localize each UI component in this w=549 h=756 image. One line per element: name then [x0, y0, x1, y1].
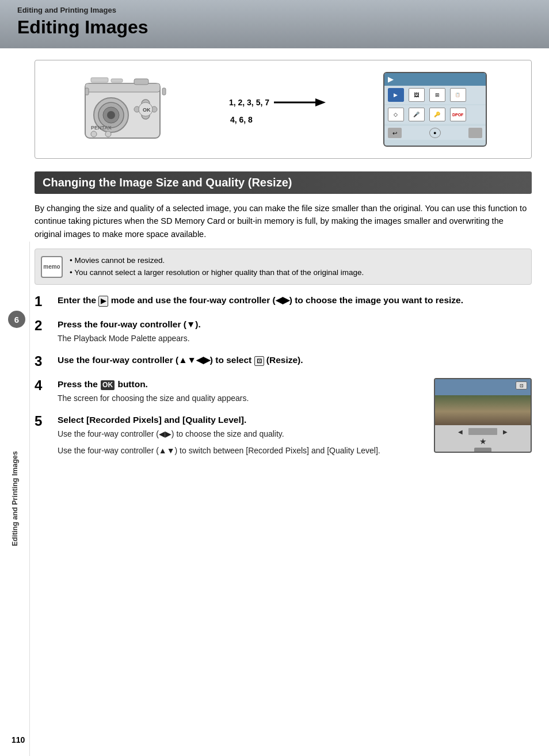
step-5-content: Select [Recorded Pixels] and [Quality Le…: [58, 414, 422, 457]
diagram-box: PENTAX OK 1, 2, 3, 5, 7 4, 6, 8: [35, 60, 532, 159]
svg-point-5: [107, 111, 115, 119]
step-4-title: Press the OK button.: [58, 378, 422, 391]
header-subtitle: Editing and Printing Images: [17, 6, 532, 14]
step-4-content: Press the OK button. The screen for choo…: [58, 378, 422, 404]
step-5: 5 Select [Recorded Pixels] and [Quality …: [35, 414, 422, 457]
memo-bullet1: • Movies cannot be resized.: [70, 255, 523, 266]
chapter-number: 6: [8, 311, 25, 328]
side-screen-container: ⊡ ◀ ▶ ★: [434, 378, 532, 453]
svg-point-10: [91, 131, 97, 137]
sidebar-chapter-label: Editing and Printing Images: [11, 451, 19, 546]
step-1-number: 1: [35, 294, 58, 309]
step-1-content: Enter the ▶ mode and use the four-way co…: [58, 294, 532, 308]
diagram-label1: 1, 2, 3, 5, 7: [229, 98, 269, 107]
side-screen-controls: ◀ ▶ ★: [435, 425, 531, 453]
screen-icon-3: ⊞: [429, 88, 445, 102]
svg-rect-12: [91, 78, 108, 82]
svg-text:OK: OK: [143, 107, 151, 113]
step-5-desc1: Use the four-way controller (◀▶) to choo…: [58, 428, 422, 440]
step-2-content: Press the four-way controller (▼). The P…: [58, 318, 532, 345]
screen-icon-4: 📋: [450, 88, 466, 102]
main-content: PENTAX OK 1, 2, 3, 5, 7 4, 6, 8: [0, 48, 549, 483]
steps-container: 1 Enter the ▶ mode and use the four-way …: [35, 294, 532, 466]
screen-icon-6: 🎤: [409, 108, 425, 121]
page-header: Editing and Printing Images Editing Imag…: [0, 0, 549, 48]
screen-icon-7: 🔑: [429, 108, 445, 121]
svg-marker-21: [315, 98, 326, 106]
memo-icon: memo: [41, 256, 63, 278]
step-3-content: Use the four-way controller (▲▼◀▶) to se…: [58, 354, 532, 368]
step-4-number: 4: [35, 378, 58, 393]
screen-icon-2: 🖼: [409, 88, 425, 102]
step-1: 1 Enter the ▶ mode and use the four-way …: [35, 294, 532, 309]
memo-bullet2: • You cannot select a larger resolution …: [70, 267, 523, 278]
section-header: Changing the Image Size and Quality (Res…: [35, 171, 532, 194]
intro-text: By changing the size and quality of a se…: [35, 202, 532, 240]
svg-rect-17: [134, 79, 148, 85]
screen-icon-5: ◇: [388, 108, 404, 121]
step-2-desc: The Playback Mode Palette appears.: [58, 333, 532, 345]
step-2: 2 Press the four-way controller (▼). The…: [35, 318, 532, 345]
svg-point-11: [105, 131, 111, 137]
svg-rect-13: [111, 79, 123, 82]
svg-rect-18: [85, 88, 89, 95]
step-4: 4 Press the OK button. The screen for ch…: [35, 378, 422, 404]
side-screen: ⊡ ◀ ▶ ★: [434, 378, 532, 453]
steps-4-5-text: 4 Press the OK button. The screen for ch…: [35, 378, 422, 465]
page-number: 110: [12, 735, 25, 744]
steps-4-5-container: 4 Press the OK button. The screen for ch…: [35, 378, 532, 465]
step-1-title: Enter the ▶ mode and use the four-way co…: [58, 294, 532, 307]
page-title: Editing Images: [17, 17, 532, 38]
screen-icon-play: ▶: [388, 88, 404, 102]
ok-mark: OK: [101, 380, 115, 390]
step-3: 3 Use the four-way controller (▲▼◀▶) to …: [35, 354, 532, 369]
step-4-desc: The screen for choosing the size and qua…: [58, 392, 422, 404]
svg-text:PENTAX: PENTAX: [91, 125, 112, 131]
screen-icon-dpof: DPOF: [450, 108, 466, 121]
step-5-desc2: Use the four-way controller (▲▼) to swit…: [58, 445, 422, 457]
screen-illustration: ▶ ▶ 🖼 ⊞ 📋 ◇ 🎤 🔑 DPOF ↩ ●: [383, 72, 487, 147]
memo-box: memo • Movies cannot be resized. • You c…: [35, 249, 532, 285]
svg-rect-19: [162, 88, 166, 95]
step-2-title: Press the four-way controller (▼).: [58, 318, 532, 331]
step-3-title: Use the four-way controller (▲▼◀▶) to se…: [58, 354, 532, 366]
step-2-number: 2: [35, 318, 58, 333]
diagram-label2: 4, 6, 8: [230, 115, 253, 124]
step-3-number: 3: [35, 354, 58, 369]
step-5-title: Select [Recorded Pixels] and [Quality Le…: [58, 414, 422, 426]
svg-rect-1: [85, 83, 160, 92]
step-5-number: 5: [35, 414, 58, 429]
camera-illustration: PENTAX OK: [79, 72, 171, 147]
